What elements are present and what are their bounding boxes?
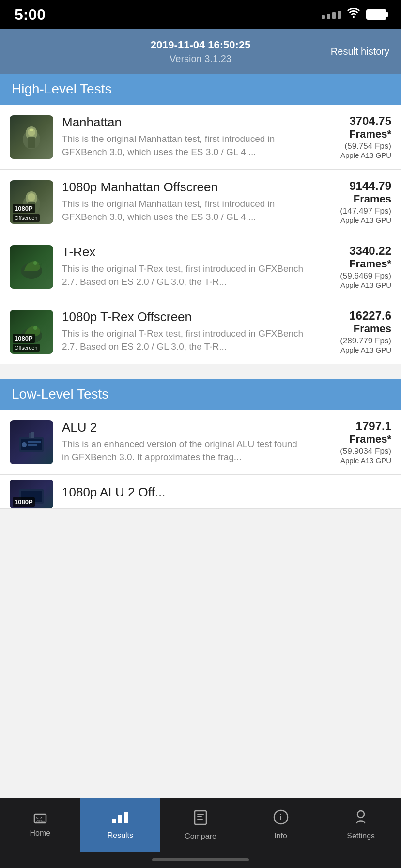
svg-rect-2 bbox=[28, 137, 35, 148]
svg-rect-19 bbox=[31, 432, 34, 438]
manhattan-result: 3704.75 Frames* (59.754 Fps) Apple A13 G… bbox=[314, 114, 391, 159]
alu-offscreen-thumb: 1080P bbox=[10, 480, 53, 509]
manhattan-offscreen-thumb: 1080P Offscreen bbox=[10, 180, 53, 224]
bottom-nav: GFX OpenGL Home Results bbox=[0, 798, 401, 868]
svg-rect-4 bbox=[30, 129, 33, 131]
svg-rect-30 bbox=[197, 816, 202, 817]
nav-home-label: Home bbox=[30, 829, 50, 837]
svg-rect-26 bbox=[118, 815, 122, 823]
header-bar: 2019-11-04 16:50:25 Version 3.1.23 Resul… bbox=[0, 29, 401, 74]
manhattan-gpu: Apple A13 GPU bbox=[314, 151, 391, 159]
svg-rect-17 bbox=[28, 444, 37, 446]
trex-unit: Frames* bbox=[314, 258, 391, 270]
nav-results-label: Results bbox=[108, 831, 133, 840]
trex-offscreen-value: 16227.6 bbox=[314, 309, 391, 323]
trex-offscreen-name: 1080p T-Rex Offscreen bbox=[62, 310, 305, 325]
manhattan-thumb bbox=[10, 115, 53, 159]
svg-rect-16 bbox=[28, 441, 41, 443]
trex-name: T-Rex bbox=[62, 245, 305, 260]
trex-value: 3340.22 bbox=[314, 244, 391, 258]
manhattan-offscreen-value: 9144.79 bbox=[314, 179, 391, 193]
manhattan-value: 3704.75 bbox=[314, 114, 391, 128]
nav-item-settings[interactable]: Settings bbox=[321, 798, 401, 852]
alu-offscreen-name: 1080p ALU 2 Off... bbox=[62, 485, 391, 500]
nav-item-home[interactable]: GFX OpenGL Home bbox=[0, 798, 80, 852]
manhattan-offscreen-fps: (147.497 Fps) bbox=[314, 206, 391, 216]
nav-info-label: Info bbox=[274, 832, 287, 840]
trex-gpu: Apple A13 GPU bbox=[314, 281, 391, 289]
svg-rect-28 bbox=[195, 811, 206, 824]
svg-rect-29 bbox=[197, 814, 204, 815]
nav-item-compare[interactable]: Compare bbox=[160, 798, 241, 852]
trex-offscreen-gpu: Apple A13 GPU bbox=[314, 346, 391, 354]
manhattan-desc: This is the original Manhattan test, fir… bbox=[62, 133, 305, 158]
nav-compare-label: Compare bbox=[185, 832, 216, 841]
trex-offscreen-overlay: 1080P Offscreen bbox=[10, 310, 53, 354]
header-center: 2019-11-04 16:50:25 Version 3.1.23 bbox=[89, 39, 312, 64]
home-icon: GFX OpenGL bbox=[32, 812, 48, 826]
low-level-title: Low-Level Tests bbox=[12, 387, 108, 402]
trex-offscreen-thumb: 1080P Offscreen bbox=[10, 310, 53, 354]
alu-result: 1797.1 Frames* (59.9034 Fps) Apple A13 G… bbox=[314, 419, 391, 465]
section-gap bbox=[0, 364, 401, 379]
trex-fps: (59.6469 Fps) bbox=[314, 271, 391, 281]
home-indicator bbox=[0, 852, 401, 868]
thumb-offscreen-label: Offscreen bbox=[13, 214, 40, 222]
compare-icon bbox=[193, 809, 208, 829]
svg-point-10 bbox=[33, 261, 37, 265]
alu-thumb bbox=[10, 420, 53, 464]
status-bar: 5:00 bbox=[0, 0, 401, 29]
svg-text:i: i bbox=[279, 813, 282, 822]
svg-rect-25 bbox=[112, 819, 116, 823]
table-row[interactable]: Manhattan This is the original Manhattan… bbox=[0, 105, 401, 170]
results-icon bbox=[111, 810, 129, 828]
table-row[interactable]: 1080P Offscreen 1080p T-Rex Offscreen Th… bbox=[0, 299, 401, 364]
manhattan-fps: (59.754 Fps) bbox=[314, 141, 391, 151]
trex-result: 3340.22 Frames* (59.6469 Fps) Apple A13 … bbox=[314, 244, 391, 289]
trex-offscreen-desc: This is the original T-Rex test, first i… bbox=[62, 327, 305, 353]
svg-rect-18 bbox=[29, 433, 31, 438]
nav-item-info[interactable]: i Info bbox=[241, 798, 321, 852]
alu-offscreen-overlay: 1080P bbox=[10, 480, 53, 509]
settings-icon bbox=[353, 809, 369, 829]
alu-fps: (59.9034 Fps) bbox=[314, 447, 391, 456]
status-icons bbox=[322, 8, 386, 21]
manhattan-offscreen-gpu: Apple A13 GPU bbox=[314, 216, 391, 224]
trex-offscreen-fps: (289.779 Fps) bbox=[314, 336, 391, 346]
manhattan-offscreen-desc: This is the original Manhattan test, fir… bbox=[62, 198, 305, 223]
manhattan-offscreen-name: 1080p Manhattan Offscreen bbox=[62, 180, 305, 195]
low-level-test-list: ALU 2 This is an enhanced version of the… bbox=[0, 410, 401, 509]
svg-point-34 bbox=[357, 811, 364, 818]
manhattan-offscreen-result: 9144.79 Frames (147.497 Fps) Apple A13 G… bbox=[314, 179, 391, 224]
table-row[interactable]: T-Rex This is the original T-Rex test, f… bbox=[0, 234, 401, 299]
svg-rect-31 bbox=[197, 819, 203, 820]
thumb-1080p-label: 1080P bbox=[13, 204, 35, 213]
nav-items: GFX OpenGL Home Results bbox=[0, 798, 401, 852]
main-content: High-Level Tests Manhattan This is the o bbox=[0, 74, 401, 578]
trex-offscreen-unit: Frames bbox=[314, 323, 391, 335]
alu-desc: This is an enhanced version of the origi… bbox=[62, 438, 305, 464]
battery-icon bbox=[366, 9, 386, 20]
alu-1080p-label: 1080P bbox=[13, 497, 35, 507]
high-level-test-list: Manhattan This is the original Manhattan… bbox=[0, 105, 401, 364]
table-row[interactable]: 1080P 1080p ALU 2 Off... bbox=[0, 475, 401, 509]
header-version: Version 3.1.23 bbox=[89, 53, 312, 64]
home-indicator-bar bbox=[152, 858, 249, 861]
nav-item-results[interactable]: Results bbox=[80, 798, 161, 852]
manhattan-unit: Frames* bbox=[314, 128, 391, 140]
table-row[interactable]: ALU 2 This is an enhanced version of the… bbox=[0, 410, 401, 475]
svg-text:OpenGL: OpenGL bbox=[36, 819, 45, 822]
header-datetime: 2019-11-04 16:50:25 bbox=[89, 39, 312, 51]
result-history-button[interactable]: Result history bbox=[312, 46, 389, 57]
high-level-title: High-Level Tests bbox=[12, 81, 111, 96]
trex-info: T-Rex This is the original T-Rex test, f… bbox=[62, 245, 305, 288]
trex-1080p-label: 1080P bbox=[13, 334, 35, 343]
table-row[interactable]: 1080P Offscreen 1080p Manhattan Offscree… bbox=[0, 170, 401, 234]
manhattan-offscreen-info: 1080p Manhattan Offscreen This is the or… bbox=[62, 180, 305, 223]
trex-desc: This is the original T-Rex test, first i… bbox=[62, 263, 305, 288]
trex-offscreen-label: Offscreen bbox=[13, 344, 40, 352]
alu-offscreen-info: 1080p ALU 2 Off... bbox=[62, 485, 391, 503]
low-level-section-header: Low-Level Tests bbox=[0, 379, 401, 410]
offscreen-overlay: 1080P Offscreen bbox=[10, 180, 53, 224]
trex-offscreen-result: 16227.6 Frames (289.779 Fps) Apple A13 G… bbox=[314, 309, 391, 354]
